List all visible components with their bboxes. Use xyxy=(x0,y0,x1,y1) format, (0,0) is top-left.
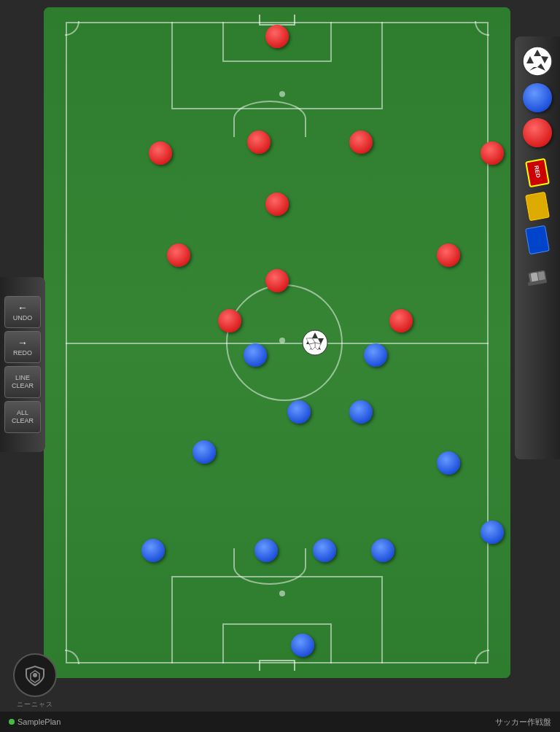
red-player-9[interactable] xyxy=(218,309,241,332)
red-token[interactable] xyxy=(523,118,552,147)
undo-label: UNDO xyxy=(13,314,33,322)
eraser-icon xyxy=(524,262,551,289)
logo-area: ニーニャス xyxy=(6,652,64,710)
undo-icon: ← xyxy=(18,302,28,314)
blue-player-3[interactable] xyxy=(349,400,373,424)
redo-button[interactable]: → REDO xyxy=(4,331,41,363)
right-token-panel: RED xyxy=(515,36,560,459)
svg-point-20 xyxy=(33,673,37,677)
blue-card-item[interactable] xyxy=(519,226,556,254)
line-clear-button[interactable]: LINECLEAR xyxy=(4,366,41,398)
sample-plan-label: SamplePlan xyxy=(18,717,61,726)
logo-icon xyxy=(20,661,50,690)
yellow-card-icon xyxy=(525,192,550,221)
bottom-goal xyxy=(259,660,295,671)
red-player-0[interactable] xyxy=(265,25,289,48)
red-player-1[interactable] xyxy=(149,141,172,165)
blue-card-icon xyxy=(525,225,550,254)
bottom-penalty-dot xyxy=(279,591,285,596)
blue-player-5[interactable] xyxy=(437,451,460,475)
top-goal xyxy=(259,15,295,26)
ball-token-icon xyxy=(521,45,553,77)
redo-label: REDO xyxy=(13,349,32,357)
red-player-3[interactable] xyxy=(349,131,373,154)
ball-token[interactable] xyxy=(521,45,553,77)
line-clear-label: LINECLEAR xyxy=(12,374,34,390)
blue-player-2[interactable] xyxy=(287,400,311,424)
top-penalty-arc xyxy=(233,101,306,137)
logo-text: ニーニャス xyxy=(17,700,53,709)
all-clear-label: ALLCLEAR xyxy=(12,409,34,425)
top-penalty-dot xyxy=(279,91,285,97)
red-player-2[interactable] xyxy=(247,131,271,154)
blue-player-11[interactable] xyxy=(291,634,314,657)
redo-icon: → xyxy=(18,337,28,349)
red-player-7[interactable] xyxy=(437,244,460,267)
yellow-card-item[interactable] xyxy=(519,192,556,220)
red-player-10[interactable] xyxy=(389,309,413,332)
blue-token[interactable] xyxy=(523,83,552,112)
left-control-panel: ← UNDO → REDO LINECLEAR ALLCLEAR xyxy=(0,277,45,452)
app-container: ← UNDO → REDO LINECLEAR ALLCLEAR xyxy=(0,0,560,732)
blue-player-1[interactable] xyxy=(364,343,387,367)
eraser-tool[interactable] xyxy=(521,260,553,292)
red-player-6[interactable] xyxy=(167,244,190,267)
all-clear-button[interactable]: ALLCLEAR xyxy=(4,401,41,433)
blue-player-4[interactable] xyxy=(192,440,216,464)
soccer-ball[interactable] xyxy=(302,330,328,356)
soccer-field[interactable] xyxy=(44,7,510,678)
blue-player-9[interactable] xyxy=(371,539,394,562)
sample-plan: SamplePlan xyxy=(9,717,61,726)
blue-player-10[interactable] xyxy=(481,521,504,544)
app-title: サッカー作戦盤 xyxy=(495,717,551,728)
blue-player-7[interactable] xyxy=(254,539,278,562)
red-card-label: RED xyxy=(532,163,541,178)
plan-status-dot xyxy=(9,719,15,725)
blue-player-0[interactable] xyxy=(244,343,267,367)
red-card-item[interactable]: RED xyxy=(519,159,556,187)
center-dot xyxy=(279,338,285,343)
bottom-bar: SamplePlan サッカー作戦盤 xyxy=(0,712,560,732)
red-player-8[interactable] xyxy=(265,269,289,292)
blue-player-8[interactable] xyxy=(313,539,336,562)
undo-button[interactable]: ← UNDO xyxy=(4,296,41,328)
red-player-5[interactable] xyxy=(265,192,289,216)
red-card-icon: RED xyxy=(525,158,550,187)
logo-circle xyxy=(13,653,57,697)
bottom-goal-box xyxy=(222,623,332,663)
red-player-4[interactable] xyxy=(481,141,504,165)
blue-player-6[interactable] xyxy=(141,539,165,562)
